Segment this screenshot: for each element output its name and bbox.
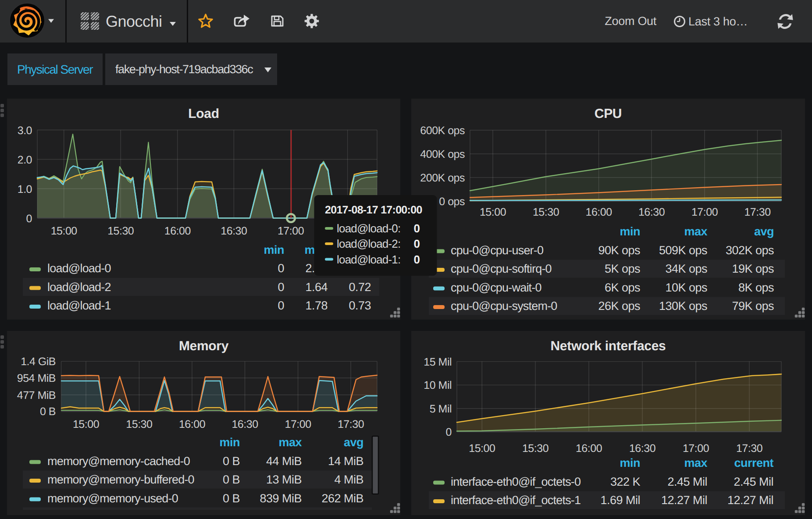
svg-text:Memory: Memory <box>179 339 229 353</box>
svg-text:0.72: 0.72 <box>349 281 371 294</box>
svg-text:2.45 Mil: 2.45 Mil <box>667 475 707 488</box>
svg-text:max: max <box>278 436 302 449</box>
svg-text:1.78: 1.78 <box>305 299 328 312</box>
svg-text:min: min <box>620 225 640 238</box>
svg-text:Network interfaces: Network interfaces <box>550 339 666 353</box>
svg-text:17:00: 17:00 <box>683 442 709 455</box>
svg-text:0: 0 <box>414 237 420 250</box>
svg-text:15:00: 15:00 <box>51 225 77 237</box>
svg-text:load@load-1: load@load-1 <box>47 299 111 312</box>
svg-text:16:30: 16:30 <box>629 442 655 455</box>
svg-text:min: min <box>620 456 640 469</box>
svg-text:17:00: 17:00 <box>691 206 718 218</box>
svg-text:cpu-0@cpu-user-0: cpu-0@cpu-user-0 <box>451 244 543 257</box>
svg-text:0: 0 <box>414 222 420 235</box>
svg-text:10 Mil: 10 Mil <box>424 379 452 391</box>
svg-text:0: 0 <box>26 213 32 225</box>
svg-text:avg: avg <box>344 436 363 449</box>
svg-text:min: min <box>264 243 284 256</box>
svg-text:1.4 GiB: 1.4 GiB <box>21 355 56 368</box>
svg-text:79K ops: 79K ops <box>732 299 774 313</box>
svg-text:load@load-0:: load@load-0: <box>337 222 400 235</box>
svg-text:5 Mil: 5 Mil <box>430 403 452 415</box>
svg-text:17:30: 17:30 <box>736 442 762 455</box>
svg-text:16:00: 16:00 <box>586 206 612 218</box>
svg-text:Gnocchi: Gnocchi <box>106 12 162 30</box>
svg-text:600K ops: 600K ops <box>420 124 465 137</box>
svg-text:15:00: 15:00 <box>73 418 99 430</box>
svg-text:15:30: 15:30 <box>107 225 134 237</box>
svg-text:0: 0 <box>414 253 420 266</box>
svg-text:0 B: 0 B <box>40 405 56 418</box>
svg-text:15:30: 15:30 <box>126 418 152 430</box>
svg-text:19K ops: 19K ops <box>732 262 774 275</box>
svg-text:17:00: 17:00 <box>278 225 304 237</box>
svg-text:max: max <box>684 225 707 238</box>
svg-text:16:00: 16:00 <box>576 442 602 455</box>
svg-text:cpu-0@cpu-softirq-0: cpu-0@cpu-softirq-0 <box>451 262 552 275</box>
svg-text:509K ops: 509K ops <box>659 244 707 257</box>
svg-text:16:00: 16:00 <box>164 225 191 237</box>
svg-text:Zoom Out: Zoom Out <box>605 14 656 28</box>
svg-text:2017-08-17 17:00:00: 2017-08-17 17:00:00 <box>325 204 422 216</box>
svg-text:477 MiB: 477 MiB <box>17 389 56 402</box>
svg-text:2.0: 2.0 <box>18 154 32 166</box>
svg-text:10K ops: 10K ops <box>665 281 707 294</box>
svg-text:2.45 Mil: 2.45 Mil <box>734 475 773 488</box>
svg-text:17:30: 17:30 <box>744 206 770 218</box>
svg-text:13 MiB: 13 MiB <box>266 473 302 486</box>
svg-text:avg: avg <box>754 225 774 238</box>
svg-text:12.27 Mil: 12.27 Mil <box>661 494 707 507</box>
svg-text:16:30: 16:30 <box>221 225 247 237</box>
svg-text:15:00: 15:00 <box>469 442 495 455</box>
svg-text:12.27 Mil: 12.27 Mil <box>727 494 773 507</box>
svg-text:5K ops: 5K ops <box>605 262 640 275</box>
svg-text:16:30: 16:30 <box>231 418 258 430</box>
svg-text:0: 0 <box>278 262 284 275</box>
svg-text:8K ops: 8K ops <box>738 281 774 294</box>
svg-text:1.0: 1.0 <box>18 183 32 196</box>
svg-text:400K ops: 400K ops <box>420 148 465 160</box>
svg-text:3.0: 3.0 <box>18 124 32 137</box>
svg-text:15:30: 15:30 <box>522 442 548 455</box>
svg-text:130K ops: 130K ops <box>659 299 707 313</box>
svg-text:90K ops: 90K ops <box>598 244 640 257</box>
svg-text:0 B: 0 B <box>223 473 240 486</box>
svg-text:200K ops: 200K ops <box>420 172 465 184</box>
svg-text:0: 0 <box>278 299 284 312</box>
svg-text:0 B: 0 B <box>223 455 240 468</box>
svg-text:0 B: 0 B <box>223 492 240 505</box>
svg-text:fake-phy-host-719acbad336c: fake-phy-host-719acbad336c <box>115 63 253 76</box>
svg-text:14 MiB: 14 MiB <box>328 455 363 468</box>
svg-text:6K ops: 6K ops <box>605 281 640 294</box>
svg-text:memory@memory-cached-0: memory@memory-cached-0 <box>47 455 190 468</box>
svg-text:0: 0 <box>446 426 452 438</box>
svg-text:Physical Server: Physical Server <box>17 63 93 76</box>
svg-text:322 K: 322 K <box>610 475 641 488</box>
svg-text:memory@memory-used-0: memory@memory-used-0 <box>47 492 178 505</box>
svg-text:1.64: 1.64 <box>305 281 328 294</box>
svg-text:1.69 Mil: 1.69 Mil <box>600 494 640 507</box>
svg-text:15 Mil: 15 Mil <box>424 356 452 368</box>
svg-text:memory@memory-buffered-0: memory@memory-buffered-0 <box>47 473 194 486</box>
svg-text:0.73: 0.73 <box>349 299 371 312</box>
svg-text:Load: Load <box>188 107 219 121</box>
svg-text:CPU: CPU <box>595 107 622 121</box>
svg-text:interface-eth0@if_octets-0: interface-eth0@if_octets-0 <box>451 475 581 488</box>
svg-text:954 MiB: 954 MiB <box>17 372 56 384</box>
svg-text:load@load-2:: load@load-2: <box>337 237 400 250</box>
svg-text:26K ops: 26K ops <box>598 299 640 313</box>
svg-text:0 ops: 0 ops <box>439 196 465 208</box>
svg-text:load@load-2: load@load-2 <box>47 281 111 294</box>
svg-text:16:30: 16:30 <box>638 206 665 218</box>
svg-text:max: max <box>684 456 707 469</box>
svg-text:cpu-0@cpu-system-0: cpu-0@cpu-system-0 <box>451 299 557 313</box>
svg-text:15:30: 15:30 <box>533 206 559 218</box>
svg-text:min: min <box>219 436 240 449</box>
svg-text:Last 3 ho…: Last 3 ho… <box>688 15 748 28</box>
svg-text:15:00: 15:00 <box>480 206 506 218</box>
svg-text:interface-eth0@if_octets-1: interface-eth0@if_octets-1 <box>451 494 581 507</box>
svg-text:16:00: 16:00 <box>179 418 205 430</box>
svg-text:load@load-0: load@load-0 <box>47 262 111 275</box>
svg-text:17:00: 17:00 <box>285 418 311 430</box>
